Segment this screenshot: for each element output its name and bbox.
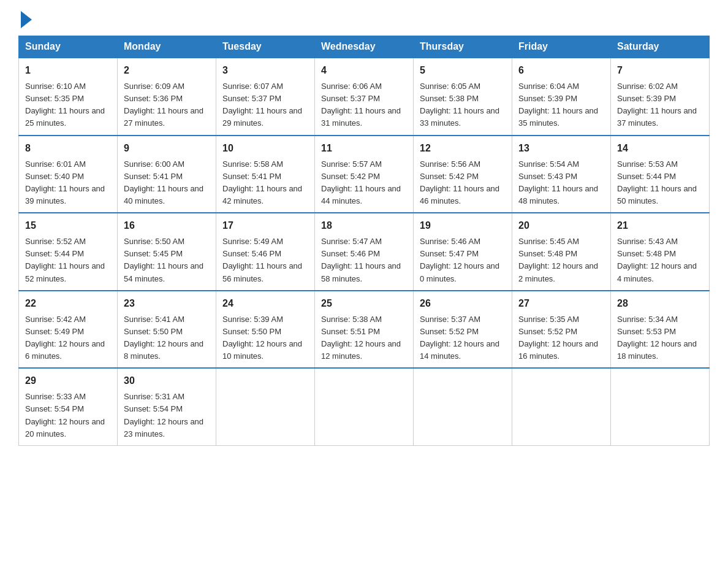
day-info: Sunrise: 5:46 AMSunset: 5:47 PMDaylight:… — [420, 236, 506, 285]
day-number: 18 — [321, 218, 407, 233]
calendar-header-monday: Monday — [118, 36, 216, 58]
calendar-header-sunday: Sunday — [19, 36, 118, 58]
day-number: 7 — [617, 63, 703, 78]
day-info: Sunrise: 6:02 AMSunset: 5:39 PMDaylight:… — [617, 80, 703, 130]
day-number: 21 — [617, 218, 703, 233]
calendar-cell: 25Sunrise: 5:38 AMSunset: 5:51 PMDayligh… — [315, 291, 414, 369]
calendar-cell — [414, 368, 512, 445]
calendar-cell: 14Sunrise: 5:53 AMSunset: 5:44 PMDayligh… — [611, 136, 710, 213]
day-info: Sunrise: 5:56 AMSunset: 5:42 PMDaylight:… — [420, 158, 506, 208]
calendar-week-1: 1Sunrise: 6:10 AMSunset: 5:35 PMDaylight… — [19, 58, 710, 136]
calendar-cell — [611, 368, 710, 445]
day-number: 9 — [124, 141, 210, 156]
day-info: Sunrise: 5:50 AMSunset: 5:45 PMDaylight:… — [124, 236, 210, 285]
day-info: Sunrise: 5:53 AMSunset: 5:44 PMDaylight:… — [617, 158, 703, 208]
day-info: Sunrise: 5:49 AMSunset: 5:46 PMDaylight:… — [222, 236, 308, 285]
day-number: 25 — [321, 296, 407, 311]
calendar-header-saturday: Saturday — [611, 36, 710, 58]
calendar-cell: 8Sunrise: 6:01 AMSunset: 5:40 PMDaylight… — [19, 136, 118, 213]
day-info: Sunrise: 6:05 AMSunset: 5:38 PMDaylight:… — [420, 80, 506, 130]
day-info: Sunrise: 5:43 AMSunset: 5:48 PMDaylight:… — [617, 236, 703, 285]
day-info: Sunrise: 6:07 AMSunset: 5:37 PMDaylight:… — [222, 80, 308, 130]
day-number: 19 — [420, 218, 506, 233]
calendar-cell: 28Sunrise: 5:34 AMSunset: 5:53 PMDayligh… — [611, 291, 710, 369]
day-info: Sunrise: 6:00 AMSunset: 5:41 PMDaylight:… — [124, 158, 210, 208]
page-header — [18, 12, 710, 29]
calendar-cell: 30Sunrise: 5:31 AMSunset: 5:54 PMDayligh… — [118, 368, 216, 445]
calendar-cell — [512, 368, 611, 445]
calendar-cell: 13Sunrise: 5:54 AMSunset: 5:43 PMDayligh… — [512, 136, 611, 213]
calendar-cell: 3Sunrise: 6:07 AMSunset: 5:37 PMDaylight… — [216, 58, 315, 136]
day-info: Sunrise: 6:01 AMSunset: 5:40 PMDaylight:… — [25, 158, 111, 208]
calendar-cell: 4Sunrise: 6:06 AMSunset: 5:37 PMDaylight… — [315, 58, 414, 136]
day-number: 14 — [617, 141, 703, 156]
calendar-cell — [216, 368, 315, 445]
calendar-cell: 23Sunrise: 5:41 AMSunset: 5:50 PMDayligh… — [118, 291, 216, 369]
calendar-cell: 17Sunrise: 5:49 AMSunset: 5:46 PMDayligh… — [216, 213, 315, 291]
calendar-header-wednesday: Wednesday — [315, 36, 414, 58]
day-number: 13 — [518, 141, 604, 156]
calendar-cell: 11Sunrise: 5:57 AMSunset: 5:42 PMDayligh… — [315, 136, 414, 213]
logo-arrow-icon — [21, 11, 32, 28]
calendar-cell: 16Sunrise: 5:50 AMSunset: 5:45 PMDayligh… — [118, 213, 216, 291]
day-info: Sunrise: 5:39 AMSunset: 5:50 PMDaylight:… — [222, 313, 308, 363]
calendar-cell — [315, 368, 414, 445]
calendar-cell: 6Sunrise: 6:04 AMSunset: 5:39 PMDaylight… — [512, 58, 611, 136]
day-info: Sunrise: 6:04 AMSunset: 5:39 PMDaylight:… — [518, 80, 604, 130]
day-number: 17 — [222, 218, 308, 233]
day-number: 15 — [25, 218, 111, 233]
day-info: Sunrise: 5:37 AMSunset: 5:52 PMDaylight:… — [420, 313, 506, 363]
day-number: 8 — [25, 141, 111, 156]
day-info: Sunrise: 5:35 AMSunset: 5:52 PMDaylight:… — [518, 313, 604, 363]
calendar-cell: 27Sunrise: 5:35 AMSunset: 5:52 PMDayligh… — [512, 291, 611, 369]
calendar-cell: 26Sunrise: 5:37 AMSunset: 5:52 PMDayligh… — [414, 291, 512, 369]
day-number: 24 — [222, 296, 308, 311]
calendar-cell: 5Sunrise: 6:05 AMSunset: 5:38 PMDaylight… — [414, 58, 512, 136]
day-number: 23 — [124, 296, 210, 311]
day-info: Sunrise: 6:09 AMSunset: 5:36 PMDaylight:… — [124, 80, 210, 130]
day-info: Sunrise: 5:38 AMSunset: 5:51 PMDaylight:… — [321, 313, 407, 363]
day-number: 20 — [518, 218, 604, 233]
calendar-cell: 19Sunrise: 5:46 AMSunset: 5:47 PMDayligh… — [414, 213, 512, 291]
calendar-cell: 1Sunrise: 6:10 AMSunset: 5:35 PMDaylight… — [19, 58, 118, 136]
day-number: 5 — [420, 63, 506, 78]
day-info: Sunrise: 6:06 AMSunset: 5:37 PMDaylight:… — [321, 80, 407, 130]
calendar-cell: 7Sunrise: 6:02 AMSunset: 5:39 PMDaylight… — [611, 58, 710, 136]
day-number: 26 — [420, 296, 506, 311]
calendar-cell: 9Sunrise: 6:00 AMSunset: 5:41 PMDaylight… — [118, 136, 216, 213]
calendar-cell: 29Sunrise: 5:33 AMSunset: 5:54 PMDayligh… — [19, 368, 118, 445]
day-number: 6 — [518, 63, 604, 78]
calendar-cell: 24Sunrise: 5:39 AMSunset: 5:50 PMDayligh… — [216, 291, 315, 369]
calendar-cell: 18Sunrise: 5:47 AMSunset: 5:46 PMDayligh… — [315, 213, 414, 291]
day-number: 16 — [124, 218, 210, 233]
logo — [18, 12, 32, 29]
day-number: 10 — [222, 141, 308, 156]
day-info: Sunrise: 5:54 AMSunset: 5:43 PMDaylight:… — [518, 158, 604, 208]
day-number: 29 — [25, 373, 111, 388]
calendar-table: SundayMondayTuesdayWednesdayThursdayFrid… — [18, 36, 710, 446]
calendar-header-tuesday: Tuesday — [216, 36, 315, 58]
calendar-cell: 20Sunrise: 5:45 AMSunset: 5:48 PMDayligh… — [512, 213, 611, 291]
calendar-cell: 22Sunrise: 5:42 AMSunset: 5:49 PMDayligh… — [19, 291, 118, 369]
day-number: 22 — [25, 296, 111, 311]
day-info: Sunrise: 5:52 AMSunset: 5:44 PMDaylight:… — [25, 236, 111, 285]
calendar-cell: 2Sunrise: 6:09 AMSunset: 5:36 PMDaylight… — [118, 58, 216, 136]
calendar-cell: 21Sunrise: 5:43 AMSunset: 5:48 PMDayligh… — [611, 213, 710, 291]
day-info: Sunrise: 5:31 AMSunset: 5:54 PMDaylight:… — [124, 391, 210, 440]
day-info: Sunrise: 5:34 AMSunset: 5:53 PMDaylight:… — [617, 313, 703, 363]
calendar-week-4: 22Sunrise: 5:42 AMSunset: 5:49 PMDayligh… — [19, 291, 710, 369]
day-number: 3 — [222, 63, 308, 78]
day-number: 30 — [124, 373, 210, 388]
calendar-header-row: SundayMondayTuesdayWednesdayThursdayFrid… — [19, 36, 710, 58]
day-number: 27 — [518, 296, 604, 311]
day-number: 4 — [321, 63, 407, 78]
day-info: Sunrise: 5:42 AMSunset: 5:49 PMDaylight:… — [25, 313, 111, 363]
calendar-cell: 10Sunrise: 5:58 AMSunset: 5:41 PMDayligh… — [216, 136, 315, 213]
day-info: Sunrise: 5:58 AMSunset: 5:41 PMDaylight:… — [222, 158, 308, 208]
calendar-header-thursday: Thursday — [414, 36, 512, 58]
day-number: 1 — [25, 63, 111, 78]
calendar-cell: 15Sunrise: 5:52 AMSunset: 5:44 PMDayligh… — [19, 213, 118, 291]
day-info: Sunrise: 5:45 AMSunset: 5:48 PMDaylight:… — [518, 236, 604, 285]
day-number: 11 — [321, 141, 407, 156]
day-info: Sunrise: 6:10 AMSunset: 5:35 PMDaylight:… — [25, 80, 111, 130]
